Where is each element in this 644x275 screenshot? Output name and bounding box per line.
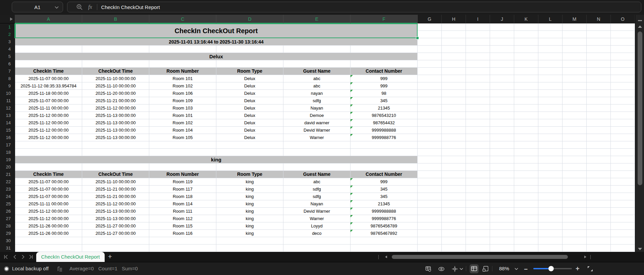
cell-J11[interactable]: [490, 97, 514, 105]
cell-L19[interactable]: [538, 156, 562, 163]
cell-E22[interactable]: abc: [283, 178, 351, 186]
cell-N24[interactable]: [587, 193, 611, 200]
cell-G29[interactable]: [418, 230, 442, 237]
cell-D24[interactable]: king: [216, 193, 283, 200]
cell-G15[interactable]: [418, 127, 442, 134]
cell-B10[interactable]: 2025-11-20 00:00:00: [82, 90, 149, 97]
cell-I20[interactable]: [466, 163, 490, 171]
cell-N30[interactable]: [587, 237, 611, 245]
cell-H18[interactable]: [442, 149, 466, 156]
cell-N21[interactable]: [587, 171, 611, 178]
cell-L23[interactable]: [538, 186, 562, 193]
scroll-up-icon[interactable]: [638, 25, 642, 28]
cell-M29[interactable]: [562, 230, 587, 237]
cell-G6[interactable]: [418, 60, 442, 68]
cell-M6[interactable]: [562, 60, 587, 68]
cell-B12[interactable]: 2025-11-12 00:00:00: [82, 105, 149, 112]
cell-B27[interactable]: 2025-11-13 00:00:00: [82, 215, 149, 222]
cell-L26[interactable]: [538, 208, 562, 215]
cell-B26[interactable]: 2025-11-13 00:00:00: [82, 208, 149, 215]
cell-G31[interactable]: [418, 245, 442, 252]
column-header-N[interactable]: N: [587, 15, 611, 23]
section-title-cell-Delux[interactable]: Delux: [15, 53, 418, 60]
cell-K23[interactable]: [514, 186, 538, 193]
column-header-J[interactable]: J: [490, 15, 514, 23]
cell-G9[interactable]: [418, 82, 442, 90]
cell-L24[interactable]: [538, 193, 562, 200]
row-header-19[interactable]: 19: [0, 156, 15, 163]
cell-M21[interactable]: [562, 171, 587, 178]
cell-A18[interactable]: [15, 149, 82, 156]
cell-I11[interactable]: [466, 97, 490, 105]
row-header-8[interactable]: 8: [0, 75, 15, 82]
cell-B8[interactable]: 2025-11-10 00:00:00: [82, 75, 149, 82]
cell-A8[interactable]: 2025-11-07 00:00:00: [15, 75, 82, 82]
cell-J7[interactable]: [490, 68, 514, 75]
cell-O20[interactable]: [611, 163, 635, 171]
cell-F10[interactable]: 98: [351, 90, 418, 97]
cell-D13[interactable]: Delux: [216, 112, 283, 119]
cell-K21[interactable]: [514, 171, 538, 178]
cell-E16[interactable]: Warner: [283, 134, 351, 141]
cell-A6[interactable]: [15, 60, 82, 68]
cell-G10[interactable]: [418, 90, 442, 97]
cell-H19[interactable]: [442, 156, 466, 163]
previous-sheet-button[interactable]: [12, 254, 17, 260]
cell-J17[interactable]: [490, 141, 514, 149]
cell-L21[interactable]: [538, 171, 562, 178]
cell-D22[interactable]: king: [216, 178, 283, 186]
cell-J28[interactable]: [490, 222, 514, 230]
row-header-21[interactable]: 21: [0, 171, 15, 178]
cell-D12[interactable]: Delux: [216, 105, 283, 112]
cell-J10[interactable]: [490, 90, 514, 97]
cell-J18[interactable]: [490, 149, 514, 156]
cell-C24[interactable]: Room 118: [149, 193, 216, 200]
cell-G12[interactable]: [418, 105, 442, 112]
cell-H1[interactable]: [442, 23, 466, 31]
cell-K27[interactable]: [514, 215, 538, 222]
cell-D9[interactable]: Delux: [216, 82, 283, 90]
cell-I30[interactable]: [466, 237, 490, 245]
cell-E15[interactable]: Devid Warner: [283, 127, 351, 134]
cell-I29[interactable]: [466, 230, 490, 237]
cell-M3[interactable]: [562, 38, 587, 46]
cell-E31[interactable]: [283, 245, 351, 252]
cell-reference-box[interactable]: A1: [12, 2, 63, 12]
cell-O8[interactable]: [611, 75, 635, 82]
row-header-25[interactable]: 25: [0, 200, 15, 208]
cell-I4[interactable]: [466, 46, 490, 53]
cell-F25[interactable]: 21345: [351, 200, 418, 208]
cell-D26[interactable]: king: [216, 208, 283, 215]
cell-A12[interactable]: 2025-11-11 00:00:00: [15, 105, 82, 112]
cell-H15[interactable]: [442, 127, 466, 134]
cell-H12[interactable]: [442, 105, 466, 112]
cell-J13[interactable]: [490, 112, 514, 119]
row-header-15[interactable]: 15: [0, 127, 15, 134]
cell-J8[interactable]: [490, 75, 514, 82]
cell-B21[interactable]: CheckOut Time: [82, 171, 149, 178]
cell-K18[interactable]: [514, 149, 538, 156]
cell-M18[interactable]: [562, 149, 587, 156]
cell-I18[interactable]: [466, 149, 490, 156]
cell-M15[interactable]: [562, 127, 587, 134]
cell-J25[interactable]: [490, 200, 514, 208]
cell-M14[interactable]: [562, 119, 587, 127]
cell-C26[interactable]: Room 111: [149, 208, 216, 215]
cell-O23[interactable]: [611, 186, 635, 193]
cell-C11[interactable]: Room 109: [149, 97, 216, 105]
cell-F20[interactable]: [351, 163, 418, 171]
cell-N20[interactable]: [587, 163, 611, 171]
cell-M5[interactable]: [562, 53, 587, 60]
page-layout-view-icon[interactable]: [482, 266, 489, 272]
cell-J31[interactable]: [490, 245, 514, 252]
column-header-I[interactable]: I: [466, 15, 490, 23]
cell-C30[interactable]: [149, 237, 216, 245]
cell-F4[interactable]: [351, 46, 418, 53]
row-header-20[interactable]: 20: [0, 163, 15, 171]
row-header-9[interactable]: 9: [0, 82, 15, 90]
cell-L12[interactable]: [538, 105, 562, 112]
cell-K9[interactable]: [514, 82, 538, 90]
cell-A23[interactable]: 2025-11-07 00:00:00: [15, 186, 82, 193]
cell-F24[interactable]: 345: [351, 193, 418, 200]
cell-D27[interactable]: king: [216, 215, 283, 222]
